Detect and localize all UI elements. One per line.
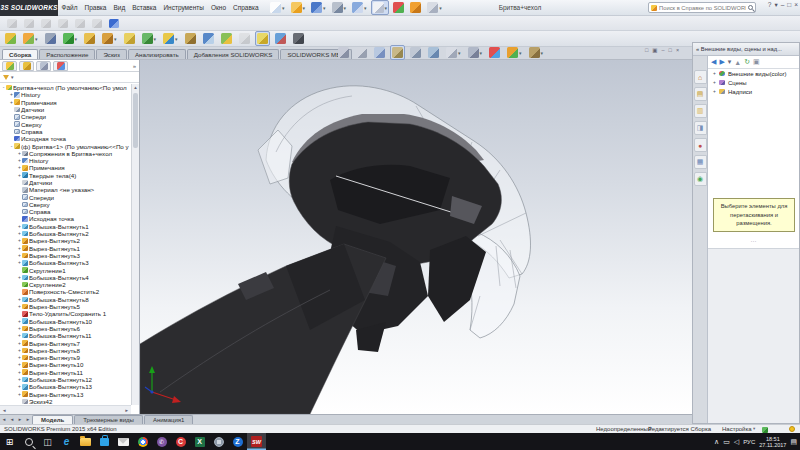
asm-mate[interactable] (43, 31, 58, 46)
tray-network-icon[interactable]: ▭ (723, 438, 730, 446)
doc-tile-button[interactable]: ▣ (652, 47, 657, 53)
scrollbar-thumb[interactable] (133, 93, 138, 148)
tree-item[interactable]: Спереди (0, 193, 131, 200)
tab-анализировать[interactable]: Анализировать (128, 49, 186, 59)
action-center-icon[interactable]: ▤ (790, 438, 797, 446)
sk-relations[interactable] (90, 17, 104, 30)
scroll-up-icon[interactable]: ▲ (132, 84, 139, 92)
asm-external-reference[interactable] (291, 31, 306, 46)
taskbar-ccleaner-button[interactable]: C (171, 433, 190, 450)
tree-item[interactable]: -Бритва+чехол (По умолчанию<По умол (0, 84, 131, 91)
tree-horizontal-scrollbar[interactable]: ◄ ► (0, 405, 131, 414)
asm-measure[interactable] (255, 31, 270, 46)
doc-close-button[interactable]: × (676, 47, 679, 53)
fm-tab-configurationmanager[interactable] (36, 61, 51, 71)
std-open-document[interactable]: ▾ (289, 0, 308, 15)
tree-item[interactable]: +Бобышка-Вытянуть8 (0, 296, 131, 303)
hud-section-view[interactable] (426, 45, 441, 60)
search-icon[interactable] (748, 5, 753, 10)
hud-hide-show-items[interactable]: ▾ (466, 45, 485, 60)
tp-dropdown-button[interactable]: ▾ (728, 58, 732, 66)
task-pane-tab-resources[interactable]: ⌂ (694, 70, 707, 84)
resource-monitor-icon[interactable] (789, 426, 795, 432)
tree-item[interactable]: +Бобышка-Вытянуть4 (0, 274, 131, 281)
asm-smart-fasteners[interactable] (82, 31, 97, 46)
task-pane-tab-forum[interactable]: ◉ (694, 172, 707, 186)
std-save[interactable]: ▾ (309, 0, 328, 15)
task-pane-tree-item[interactable]: +Надписи (708, 87, 799, 96)
menu-item-5[interactable]: Окно (211, 4, 226, 11)
sk-line-tools[interactable] (56, 17, 70, 30)
doc-cascade-button[interactable]: □ (645, 47, 648, 53)
fm-tab-featuremanager-tree[interactable] (2, 61, 17, 71)
tree-item[interactable]: +Бобышка-Вытянуть13 (0, 383, 131, 390)
tree-item[interactable]: +Вырез-Вытянуть8 (0, 347, 131, 354)
window-restore-button[interactable]: □ (787, 1, 791, 9)
window-help-arrow-button[interactable]: ▾ (774, 1, 777, 9)
tree-item[interactable]: +Вырез-Вытянуть1 (0, 245, 131, 252)
filter-dropdown-icon[interactable]: ▼ (10, 75, 14, 80)
tree-item[interactable]: Исходная точка (0, 215, 131, 222)
doc-tab-2[interactable]: Анимация1 (144, 415, 194, 424)
help-search-box[interactable]: Поиск в Справке по SOLIDWORKS (648, 2, 756, 13)
dropdown-arrow-icon[interactable]: ▾ (344, 5, 347, 11)
menu-item-6[interactable]: Справка (233, 4, 259, 11)
doc-restore-button[interactable]: □ (669, 47, 672, 53)
dropdown-arrow-icon[interactable]: ▾ (75, 36, 78, 42)
tab-расположение[interactable]: Расположение (39, 49, 95, 59)
taskbar-edge-button[interactable]: e (57, 433, 76, 450)
tree-item[interactable]: Сверху (0, 201, 131, 208)
tree-item[interactable]: +Вырез-Вытянуть7 (0, 339, 131, 346)
tree-item[interactable]: +Бобышка-Вытянуть2 (0, 230, 131, 237)
tree-item[interactable]: Исходная точка (0, 135, 131, 142)
dropdown-arrow-icon[interactable]: ▾ (154, 36, 157, 42)
graphics-viewport[interactable] (140, 60, 697, 414)
sk-sketch-entities[interactable] (22, 17, 36, 30)
tree-item[interactable]: Тело-Удалить/Сохранить 1 (0, 310, 131, 317)
tab-сборка[interactable]: Сборка (2, 49, 38, 59)
std-new-document[interactable]: ▾ (268, 0, 287, 15)
std-options[interactable]: ▾ (425, 0, 444, 15)
scroll-right-icon[interactable]: ► (125, 408, 129, 413)
asm-new-motion-study[interactable] (183, 31, 198, 46)
tree-item[interactable]: +Вырез-Вытянуть9 (0, 354, 131, 361)
doc-tab-1[interactable]: Трехмерные виды (74, 415, 143, 424)
dropdown-arrow-icon[interactable]: ▾ (439, 5, 442, 11)
custom-properties-icon[interactable] (762, 427, 768, 433)
doc-tab-0[interactable]: Модель (32, 415, 73, 424)
tree-item[interactable]: +Бобышка-Вытянуть10 (0, 318, 131, 325)
asm-assembly-features[interactable]: ▾ (140, 31, 159, 46)
std-print[interactable]: ▾ (330, 0, 349, 15)
task-pane-tab-custom-properties[interactable]: ▦ (694, 155, 707, 169)
task-pane-tree-item[interactable]: +Внешние виды(color) (708, 69, 799, 78)
dropdown-arrow-icon[interactable]: ▾ (303, 5, 306, 11)
tree-item[interactable]: Датчики (0, 179, 131, 186)
taskbar-start-button[interactable]: ⊞ (0, 433, 19, 450)
menu-item-0[interactable]: Файл (62, 4, 78, 11)
razor-handle[interactable] (140, 244, 386, 414)
tree-item[interactable]: +Бобышка-Вытянуть1 (0, 223, 131, 230)
asm-show-hidden-components[interactable] (122, 31, 137, 46)
taskbar-globe-button[interactable] (209, 433, 228, 450)
tree-item[interactable]: +Примечания (0, 99, 131, 106)
asm-insert-components[interactable]: ▾ (21, 31, 40, 46)
std-rebuild-traffic-light[interactable] (391, 0, 406, 15)
dropdown-arrow-icon[interactable]: ▾ (519, 50, 522, 56)
menu-item-4[interactable]: Инструменты (163, 4, 204, 11)
scroll-left-icon[interactable]: ◄ (2, 408, 6, 413)
hud-rotate-view[interactable] (408, 45, 423, 60)
task-pane-tab-appearances[interactable]: ● (694, 138, 707, 152)
dropdown-arrow-icon[interactable]: ▾ (175, 36, 178, 42)
fm-tab-displaymanager[interactable] (53, 61, 68, 71)
doc-nav-2[interactable]: ► (16, 417, 24, 422)
tp-back-button[interactable]: ◀ (711, 58, 716, 66)
tree-item[interactable]: Спереди (0, 113, 131, 120)
taskbar-explorer-button[interactable] (76, 433, 95, 450)
tree-item[interactable]: Поверхность-Сместить2 (0, 288, 131, 295)
menu-item-2[interactable]: Вид (113, 4, 125, 11)
taskbar-viber-button[interactable]: ✆ (152, 433, 171, 450)
asm-move-component[interactable]: ▾ (100, 31, 119, 46)
sk-trim-entities[interactable] (39, 17, 53, 30)
window-minimize-button[interactable]: – (781, 1, 785, 9)
settings-arrow-icon[interactable]: ▾ (753, 426, 755, 431)
